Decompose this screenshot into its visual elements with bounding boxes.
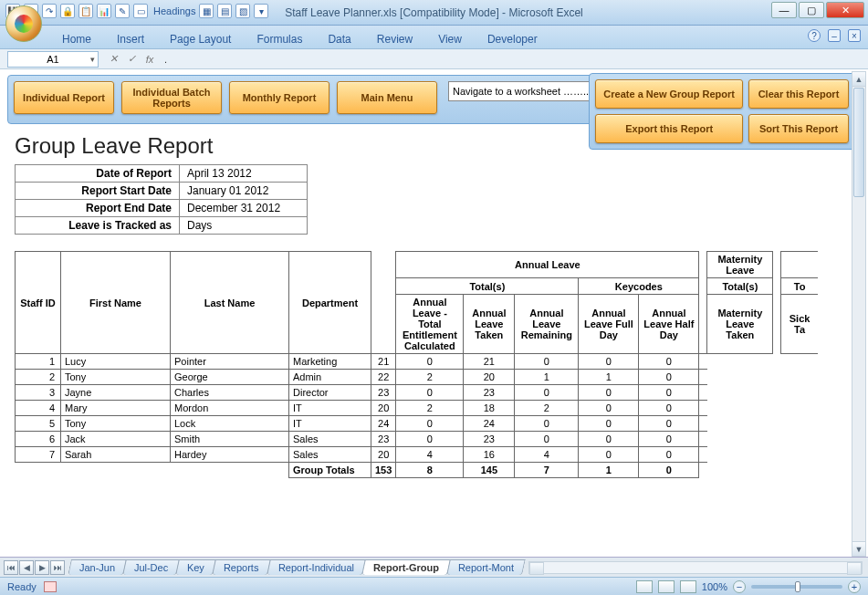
cell-dept: Sales (289, 432, 371, 447)
cell-dept: IT (289, 401, 371, 416)
total-full: 7 (515, 463, 579, 478)
cell-ent: 24 (371, 416, 396, 432)
cell-ent: 23 (371, 432, 396, 447)
table-row: 6JackSmithSales23023000 (16, 432, 818, 447)
col-mat-taken: Maternity Leave Taken (707, 295, 773, 354)
cell-half: 0 (579, 401, 639, 416)
ribbon-tab-data[interactable]: Data (315, 29, 363, 49)
cell-id: 5 (16, 416, 61, 432)
window-titlebar: 💾 ↶ ↷ 🔒 📋 📊 ✎ ▭ Headings ▦ ▤ ▧ ▾ Staff L… (0, 0, 868, 26)
sheet-tab-jul-dec[interactable]: Jul-Dec (122, 559, 180, 575)
cell-half: 0 (579, 447, 639, 463)
scroll-thumb[interactable] (853, 88, 864, 197)
office-logo-icon (15, 15, 33, 33)
ribbon-minimize-icon[interactable]: – (828, 29, 841, 42)
cell-rem: 23 (464, 385, 515, 401)
cell-ent: 23 (371, 385, 396, 401)
view-normal-icon[interactable] (636, 580, 653, 593)
tab-first-icon[interactable]: ⏮ (4, 560, 18, 575)
table-row: 5TonyLockIT24024000 (16, 416, 818, 432)
cell-half: 1 (579, 370, 639, 385)
cell-mat: 0 (639, 354, 699, 370)
cell-first: Tony (61, 416, 171, 432)
cell-rem: 21 (464, 354, 515, 370)
zoom-value: 100% (702, 581, 727, 592)
meta-value: Days (180, 217, 308, 235)
table-row: Staff ID First Name Last Name Department… (16, 252, 818, 278)
cell-first: Sarah (61, 447, 171, 463)
view-pagebreak-icon[interactable] (680, 580, 696, 593)
zoom-in-button[interactable]: + (848, 580, 861, 593)
tab-last-icon[interactable]: ⏭ (50, 560, 65, 575)
enter-formula-icon[interactable]: ✓ (124, 52, 139, 67)
ribbon-close-icon[interactable]: × (848, 29, 861, 42)
vertical-scrollbar[interactable]: ▲ ▼ (852, 71, 866, 557)
report-meta-table: Date of ReportApril 13 2012 Report Start… (15, 164, 308, 235)
ribbon-tab-insert[interactable]: Insert (104, 29, 157, 49)
cell-last: Pointer (171, 354, 289, 370)
leave-data-table: Staff ID First Name Last Name Department… (15, 251, 818, 478)
formula-bar: A1 ✕ ✓ fx . (0, 49, 868, 69)
cell-full: 1 (515, 370, 579, 385)
col-group-annual-leave: Annual Leave (396, 252, 699, 278)
ribbon-tab-page-layout[interactable]: Page Layout (157, 29, 244, 49)
cell-mat: 0 (639, 401, 699, 416)
minimize-button[interactable]: — (771, 2, 797, 18)
table-row: 2TonyGeorgeAdmin22220110 (16, 370, 818, 385)
tab-nav-buttons: ⏮ ◀ ▶ ⏭ (4, 560, 66, 575)
office-button[interactable] (5, 5, 42, 42)
table-row: Leave is Tracked asDays (16, 217, 308, 235)
col-first-name: First Name (61, 252, 171, 354)
ribbon-tab-review[interactable]: Review (364, 29, 425, 49)
sheet-tab-jan-jun[interactable]: Jan-Jun (68, 559, 127, 575)
zoom-slider[interactable] (751, 585, 842, 589)
cell-full: 0 (515, 416, 579, 432)
cell-mat: 0 (639, 416, 699, 432)
tab-next-icon[interactable]: ▶ (35, 560, 49, 575)
sheet-tab-report-individual[interactable]: Report-Individual (267, 559, 366, 575)
sheet-tab-report-mont[interactable]: Report-Mont (446, 559, 526, 575)
sheet-tab-key[interactable]: Key (176, 559, 217, 575)
cell-id: 2 (16, 370, 61, 385)
ribbon-tabs: HomeInsertPage LayoutFormulasDataReviewV… (49, 26, 550, 49)
zoom-knob[interactable] (795, 581, 800, 592)
col-partial (781, 252, 818, 278)
formula-icons: ✕ ✓ fx (106, 52, 157, 67)
formula-input[interactable]: . (164, 54, 167, 65)
close-button[interactable]: ✕ (826, 2, 864, 18)
cancel-formula-icon[interactable]: ✕ (106, 52, 120, 67)
total-mat: 0 (639, 463, 699, 478)
zoom-out-button[interactable]: − (733, 580, 746, 593)
macro-record-icon[interactable] (44, 581, 57, 592)
status-ready: Ready (7, 581, 37, 592)
meta-value: January 01 2012 (180, 183, 308, 200)
fx-icon[interactable]: fx (142, 52, 157, 67)
scroll-up-icon[interactable]: ▲ (852, 72, 865, 87)
ribbon-tab-view[interactable]: View (425, 29, 475, 49)
col-to-partial: To (781, 278, 818, 295)
cell-ent: 21 (371, 354, 396, 370)
maximize-button[interactable]: ▢ (799, 2, 824, 18)
cell-first: Lucy (61, 354, 171, 370)
meta-value: April 13 2012 (180, 165, 308, 183)
cell-taken: 0 (396, 416, 464, 432)
ribbon-tab-home[interactable]: Home (49, 29, 104, 49)
ribbon-tab-developer[interactable]: Developer (475, 29, 550, 49)
cell-taken: 0 (396, 432, 464, 447)
sheet-tab-reports[interactable]: Reports (213, 559, 271, 575)
tab-prev-icon[interactable]: ◀ (19, 560, 34, 575)
cell-taken: 2 (396, 370, 464, 385)
cell-first: Jayne (61, 385, 171, 401)
cell-taken: 0 (396, 385, 464, 401)
horizontal-scrollbar[interactable] (528, 561, 863, 574)
col-group-maternity: Maternity Leave (707, 252, 773, 278)
scroll-down-icon[interactable]: ▼ (852, 541, 865, 556)
sheet-tab-report-group[interactable]: Report-Group (361, 559, 451, 575)
help-icon[interactable]: ? (808, 29, 821, 42)
cell-id: 7 (16, 447, 61, 463)
table-row: Report End DateDecember 31 2012 (16, 200, 308, 217)
cell-mat: 0 (639, 385, 699, 401)
name-box[interactable]: A1 (7, 51, 99, 68)
ribbon-tab-formulas[interactable]: Formulas (244, 29, 315, 49)
view-layout-icon[interactable] (658, 580, 675, 593)
